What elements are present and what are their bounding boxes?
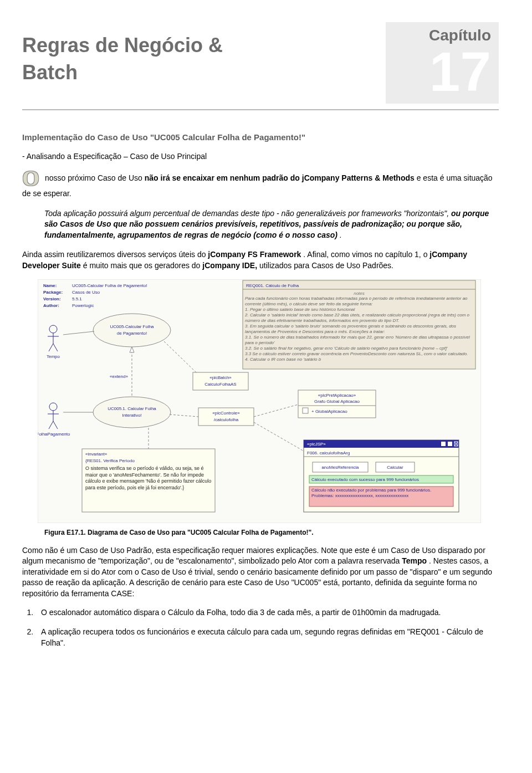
svg-text:Cálculo executado com sucesso : Cálculo executado com sucesso para 999 f…: [311, 477, 419, 482]
list-item: A aplicação recupera todos os funcionári…: [35, 627, 499, 648]
svg-point-15: [93, 314, 171, 347]
svg-text:«plcBatch»: «plcBatch»: [209, 375, 232, 380]
p2-a: Ainda assim reutilizaremos diversos serv…: [22, 250, 208, 259]
page-header: Regras de Negócio & Batch Capítulo 17: [22, 22, 499, 104]
figure-caption: Figura E17.1. Diagrama de Caso de Uso pa…: [44, 529, 499, 536]
svg-text:Casos de Uso: Casos de Uso: [72, 290, 100, 295]
p2-b: jCompany FS Framework: [208, 250, 301, 259]
svg-text:«invariant»: «invariant»: [85, 452, 108, 457]
svg-text:«plcControle»: «plcControle»: [212, 411, 240, 416]
intro-bold: não irá se encaixar em nenhum padrão do …: [145, 173, 415, 182]
svg-text:Calcular: Calcular: [387, 465, 403, 470]
svg-text:anoMesReferencia: anoMesReferencia: [321, 465, 359, 470]
svg-text:Author:: Author:: [43, 303, 59, 308]
svg-rect-54: [448, 442, 452, 446]
svg-rect-55: [441, 442, 446, 446]
svg-text:Grafo Global Aplicacao: Grafo Global Aplicacao: [314, 399, 360, 404]
svg-text:«plcPrefAplicacao»: «plcPrefAplicacao»: [318, 393, 356, 398]
dropcap: O: [22, 168, 39, 188]
list-item: O escalonador automático dispara o Cálcu…: [35, 607, 499, 618]
title-line-1: Regras de Negócio &: [22, 33, 223, 57]
svg-text:+ GlobalAplicacao: + GlobalAplicacao: [311, 409, 347, 414]
chapter-number: 17: [402, 45, 491, 98]
sub-heading: - Analisando a Especificação – Caso de U…: [22, 152, 499, 161]
svg-text:/calculofolha: /calculofolha: [214, 417, 239, 422]
p3-b: Tempo: [402, 556, 427, 565]
italic-c: .: [340, 231, 342, 239]
chapter-box: Capítulo 17: [386, 22, 499, 104]
svg-text:{RES01. Verifica Período: {RES01. Verifica Período: [85, 458, 135, 463]
svg-text:Powerlogic: Powerlogic: [72, 303, 94, 308]
italic-a: Toda aplicação possuirá algum percentual…: [44, 209, 451, 218]
use-case-diagram: Name: UC005-Calcular Folha de Pagamento!…: [38, 279, 499, 523]
p2-c: . Afinal, como vimos no capítulo 1, o: [303, 250, 429, 259]
svg-text:UC005-Calcular Folha de Pagame: UC005-Calcular Folha de Pagamento!: [72, 283, 147, 288]
paragraph-2: Ainda assim reutilizaremos diversos serv…: [22, 249, 499, 271]
svg-text:Interativo!: Interativo!: [122, 413, 141, 418]
p2-f: jCompany IDE,: [202, 261, 257, 270]
italic-paragraph: Toda aplicação possuirá algum percentual…: [44, 208, 499, 241]
svg-text:Tempo: Tempo: [47, 354, 60, 359]
svg-point-28: [93, 397, 171, 428]
p2-e: é muito mais que os geradores do: [83, 261, 203, 270]
title-line-2: Batch: [22, 60, 223, 84]
svg-text:«plcJSP»: «plcJSP»: [307, 442, 326, 447]
title-block: Regras de Negócio & Batch: [22, 22, 223, 88]
svg-rect-44: [303, 408, 308, 413]
svg-text:FolhaPagamento: FolhaPagamento: [38, 432, 70, 437]
svg-text:Version:: Version:: [43, 296, 61, 301]
scenario-list: O escalonador automático dispara o Cálcu…: [35, 607, 499, 649]
svg-rect-52: [304, 440, 459, 448]
svg-text:UC005-Calcular Folha: UC005-Calcular Folha: [110, 324, 154, 329]
svg-text:notes: notes: [354, 291, 365, 296]
p2-g: utilizados para Casos de Uso Padrões.: [259, 261, 393, 270]
paragraph-3: Como não é um Caso de Uso Padrão, esta e…: [22, 545, 499, 600]
intro-text-1: nosso próximo Caso de Uso: [45, 173, 145, 182]
svg-text:F006. calculofolhaArg: F006. calculofolhaArg: [307, 451, 350, 455]
intro-paragraph: O nosso próximo Caso de Uso não irá se e…: [22, 168, 499, 199]
svg-text:Name:: Name:: [43, 283, 57, 288]
svg-text:Package:: Package:: [43, 290, 63, 295]
svg-text:CalculoFolhaAS: CalculoFolhaAS: [204, 382, 236, 387]
svg-text:5.5.1: 5.5.1: [72, 296, 82, 301]
section-heading: Implementação do Caso de Uso "UC005 Calc…: [22, 132, 499, 142]
svg-text:de Pagamento!: de Pagamento!: [117, 331, 147, 336]
header-rule: [22, 109, 499, 110]
svg-text:«extend»: «extend»: [110, 374, 128, 379]
svg-text:REQ001. Cálculo de Folha: REQ001. Cálculo de Folha: [246, 283, 299, 288]
svg-text:UC005.1. Calcular Folha: UC005.1. Calcular Folha: [108, 406, 156, 411]
